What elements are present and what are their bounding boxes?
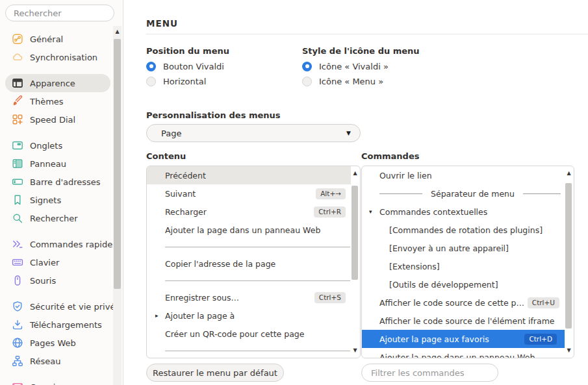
menu-item-label: Commandes contextuelles: [379, 207, 487, 217]
radio-label: Icône « Menu »: [319, 77, 383, 86]
menu-item[interactable]: Ajouter la page dans un panneau Web: [362, 348, 574, 358]
menu-item-label: Ajouter la page dans un panneau Web: [379, 353, 535, 359]
radio-label: Horizontal: [163, 77, 206, 86]
sidebar-item-label: Clavier: [30, 258, 59, 267]
radio-off-icon[interactable]: [146, 77, 156, 86]
menu-item[interactable]: Créer un QR-code pour cette page: [147, 325, 360, 343]
menu-item[interactable]: [Envoyer à un autre appareil]: [362, 239, 574, 257]
scroll-up-icon[interactable]: ▲: [565, 169, 573, 178]
expand-right-icon[interactable]: ▸: [155, 312, 159, 319]
sidebar-scrollbar-thumb[interactable]: [114, 39, 121, 289]
sidebar-item-keyboard[interactable]: Clavier: [0, 253, 114, 271]
select-value: Page: [161, 129, 181, 138]
page-title: MENU: [146, 18, 178, 29]
contenu-label: Contenu: [146, 151, 186, 161]
menu-item-label: Afficher le code source de cette pa…: [379, 298, 528, 308]
commandes-scrollbar-thumb[interactable]: [565, 183, 572, 329]
menu-separator-item[interactable]: Séparateur de menu: [362, 184, 574, 203]
menu-item[interactable]: ▾Commandes contextuelles: [362, 203, 574, 221]
menu-item[interactable]: [Extensions]: [362, 257, 574, 275]
sidebar-item-appearance[interactable]: Apparence: [5, 74, 110, 92]
sidebar-item-downloads[interactable]: Téléchargements: [0, 316, 114, 334]
scroll-down-icon[interactable]: ▼: [351, 346, 359, 355]
sidebar-scrollbar[interactable]: ▲: [113, 26, 121, 385]
sidebar-item-label: Général: [30, 34, 63, 44]
menu-item[interactable]: [Outils de développement]: [362, 275, 574, 293]
settings-sidebar: GénéralSynchronisationApparenceThèmesSpe…: [0, 0, 123, 385]
sidebar-item-general[interactable]: Général: [0, 30, 114, 48]
commandes-scrollbar[interactable]: ▲ ▼: [565, 166, 573, 358]
collapse-down-icon[interactable]: ▾: [369, 208, 372, 215]
sidebar-item-address-bar[interactable]: Barre d'adresses: [0, 173, 114, 191]
mail-icon: [12, 381, 23, 385]
sidebar-item-mouse[interactable]: Souris: [0, 271, 114, 290]
sidebar-item-tabs[interactable]: Onglets: [0, 136, 114, 155]
shortcut-badge: Alt+→: [316, 188, 346, 199]
menu-item[interactable]: SuivantAlt+→: [147, 184, 360, 203]
sidebar-item-panel[interactable]: Panneau: [0, 155, 114, 173]
webpages-globe-icon: [12, 337, 23, 349]
contenu-list: PrécédentSuivantAlt+→RechargerCtrl+RAjou…: [146, 166, 361, 358]
menu-item-label: [Outils de développement]: [389, 280, 498, 290]
menu-item[interactable]: Ajouter la page aux favorisCtrl+D: [362, 330, 565, 348]
nav-group-gap: [0, 66, 114, 74]
menu-item[interactable]: Précédent: [147, 166, 351, 184]
scroll-down-icon[interactable]: ▼: [565, 346, 573, 355]
sidebar-item-webpages-globe[interactable]: Pages Web: [0, 334, 114, 352]
menu-item[interactable]: Enregistrer sous…Ctrl+S: [147, 288, 360, 306]
radio-icone-vivaldi[interactable]: Icône « Vivaldi »: [302, 61, 389, 71]
menu-item[interactable]: [Commandes de rotation des plugins]: [362, 221, 574, 239]
nav-group-gap: [0, 290, 114, 297]
sidebar-item-quick-commands[interactable]: Commandes rapides: [0, 235, 114, 253]
sidebar-item-mail[interactable]: Courrier: [0, 378, 114, 385]
menu-item-label: Copier l'adresse de la page: [165, 259, 275, 269]
menu-type-select[interactable]: Page ▼: [146, 124, 361, 142]
scroll-up-icon[interactable]: ▲: [351, 169, 359, 178]
search-input[interactable]: [5, 5, 114, 21]
sidebar-item-bookmarks[interactable]: Signets: [0, 191, 114, 209]
menu-item[interactable]: ▸Ajouter la page à: [147, 306, 360, 325]
menu-item-label: Ajouter la page dans un panneau Web: [165, 225, 320, 235]
sidebar-item-network[interactable]: Réseau: [0, 352, 114, 370]
radio-horizontal[interactable]: Horizontal: [146, 76, 206, 86]
scroll-up-icon[interactable]: ▲: [113, 27, 121, 36]
sidebar-item-themes-brush[interactable]: Thèmes: [0, 92, 114, 110]
keyboard-icon: [12, 256, 23, 268]
shortcut-badge: Ctrl+U: [528, 297, 559, 308]
radio-icone-menu[interactable]: Icône « Menu »: [302, 76, 383, 86]
sidebar-item-label: Sécurité et vie privée: [30, 302, 120, 312]
menu-item[interactable]: Afficher le code source de l'élément ifr…: [362, 312, 574, 330]
radio-bouton-vivaldi[interactable]: Bouton Vivaldi: [146, 61, 224, 71]
mouse-icon: [12, 275, 23, 286]
sidebar-nav: GénéralSynchronisationApparenceThèmesSpe…: [0, 30, 114, 385]
radio-on-icon[interactable]: [146, 62, 156, 71]
menu-item[interactable]: Ouvrir le lien: [362, 166, 574, 184]
contenu-scrollbar[interactable]: ▲ ▼: [351, 166, 359, 358]
sidebar-item-search-settings[interactable]: Rechercher: [0, 209, 114, 227]
sidebar-item-privacy-shield[interactable]: Sécurité et vie privée: [0, 297, 114, 316]
speed-dial-icon: [12, 114, 23, 125]
vivaldi-settings-window: GénéralSynchronisationApparenceThèmesSpe…: [0, 0, 588, 385]
separator-line: [523, 193, 561, 194]
sidebar-item-sync-cloud[interactable]: Synchronisation: [0, 48, 114, 66]
menu-item[interactable]: Afficher le code source de cette pa…Ctrl…: [362, 293, 574, 312]
contenu-scrollbar-thumb[interactable]: [352, 186, 358, 280]
sidebar-item-speed-dial[interactable]: Speed Dial: [0, 110, 114, 129]
radio-on-icon[interactable]: [302, 62, 312, 71]
sidebar-item-label: Commandes rapides: [30, 240, 117, 249]
sync-cloud-icon: [12, 51, 23, 63]
bookmarks-icon: [12, 194, 23, 206]
sidebar-item-label: Téléchargements: [30, 320, 102, 330]
privacy-shield-icon: [12, 301, 23, 312]
menu-item[interactable]: Ajouter la page dans un panneau Web: [147, 221, 360, 239]
restore-default-menu-button[interactable]: Restaurer le menu par défaut: [146, 364, 284, 382]
quick-commands-icon: [12, 238, 23, 250]
filter-commands-input[interactable]: [361, 364, 498, 382]
radio-off-icon[interactable]: [302, 77, 312, 86]
menu-item[interactable]: Copier l'adresse de la page: [147, 255, 360, 273]
search-settings-icon: [12, 212, 23, 224]
menu-item[interactable]: RechargerCtrl+R: [147, 203, 360, 221]
general-icon: [12, 33, 23, 45]
title-divider: [146, 34, 588, 34]
menu-item-label: [Extensions]: [389, 262, 440, 271]
